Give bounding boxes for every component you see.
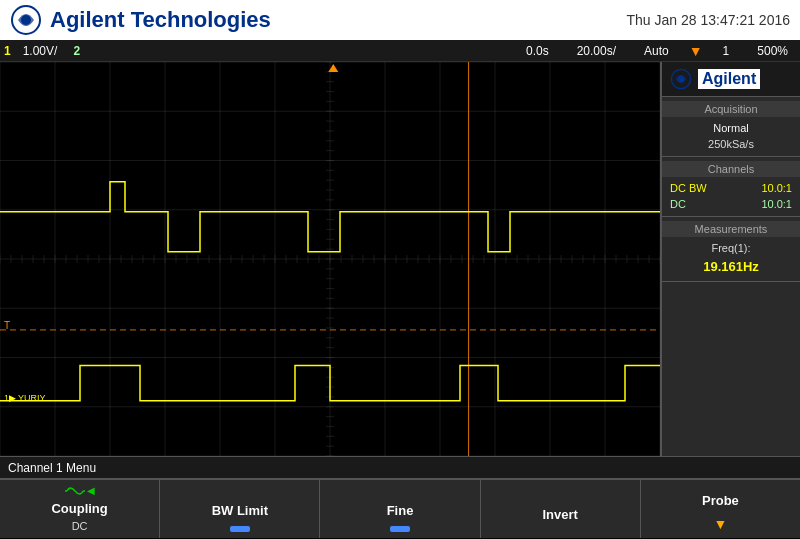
acquisition-mode: Normal xyxy=(662,120,800,136)
svg-point-3 xyxy=(678,76,685,83)
status-bar: 1 1.00V/ 2 0.0s 20.00s/ Auto ▼ 1 500% xyxy=(0,40,800,62)
acquisition-section: Acquisition Normal 250kSa/s xyxy=(662,97,800,157)
panel-logo: Agilent xyxy=(662,62,800,97)
ch1-label: YURIY xyxy=(18,393,46,403)
trigger-arrow-icon: ▼ xyxy=(689,43,703,59)
measurement-label: Freq(1): xyxy=(662,240,800,256)
channel-menu-bar: Channel 1 Menu xyxy=(0,456,800,478)
trigger-t-marker: T xyxy=(4,320,10,331)
measurements-section: Measurements Freq(1): 19.161Hz xyxy=(662,217,800,282)
bw-limit-indicator xyxy=(230,526,250,532)
channel-menu-label: Channel 1 Menu xyxy=(8,461,96,475)
probe-label: Probe xyxy=(702,493,739,508)
ch1-marker: 1▶ YURIY xyxy=(4,393,46,403)
time-scale: 20.00s/ xyxy=(577,44,616,58)
ch1-probe-value: 10.0:1 xyxy=(761,182,792,194)
probe-button[interactable]: Probe ▼ xyxy=(641,480,800,538)
ch1-arrow-icon: 1▶ xyxy=(4,393,16,403)
channels-title: Channels xyxy=(662,161,800,177)
main-area: T 1▶ YURIY Agilent Acquisition Normal 25… xyxy=(0,62,800,456)
header: Agilent Technologies Thu Jan 28 13:47:21… xyxy=(0,0,800,40)
svg-point-1 xyxy=(21,15,31,25)
ch2-probe-value: 10.0:1 xyxy=(761,198,792,210)
time-position: 0.0s xyxy=(526,44,549,58)
coupling-down-arrow: ◀ xyxy=(87,485,95,496)
acquisition-rate: 250kSa/s xyxy=(662,136,800,152)
scope-screen: T 1▶ YURIY xyxy=(0,62,660,456)
panel-logo-icon xyxy=(670,68,692,90)
coupling-value: DC xyxy=(72,520,88,532)
ch2-coupling-label: DC xyxy=(670,198,686,210)
invert-button[interactable]: Invert xyxy=(481,480,641,538)
fine-button[interactable]: Fine xyxy=(320,480,480,538)
channels-section: Channels DC BW 10.0:1 DC 10.0:1 xyxy=(662,157,800,217)
bw-limit-label: BW Limit xyxy=(212,503,268,518)
bottom-buttons: ◀ Coupling DC BW Limit Fine Invert Probe… xyxy=(0,478,800,538)
coupling-icon xyxy=(65,483,85,499)
coupling-button[interactable]: ◀ Coupling DC xyxy=(0,480,160,538)
bw-limit-button[interactable]: BW Limit xyxy=(160,480,320,538)
acquisition-title: Acquisition xyxy=(662,101,800,117)
timestamp: Thu Jan 28 13:47:21 2016 xyxy=(627,12,790,28)
ch1-number: 1 xyxy=(4,44,11,58)
fine-indicator xyxy=(390,526,410,532)
ch2-number: 2 xyxy=(73,44,80,58)
ch1-coupling-label: DC BW xyxy=(670,182,707,194)
agilent-logo-icon xyxy=(10,4,42,36)
header-logo: Agilent Technologies xyxy=(10,4,271,36)
ch1-scale: 1.00V/ xyxy=(23,44,58,58)
status-right: 0.0s 20.00s/ Auto ▼ 1 500% xyxy=(518,43,796,59)
waveform-canvas xyxy=(0,62,660,456)
ch2-right-scale: 500% xyxy=(757,44,788,58)
ch2-coupling-row: DC 10.0:1 xyxy=(662,196,800,212)
invert-label: Invert xyxy=(543,507,578,522)
trigger-mode: Auto xyxy=(644,44,669,58)
right-panel: Agilent Acquisition Normal 250kSa/s Chan… xyxy=(660,62,800,456)
probe-down-arrow-icon: ▼ xyxy=(713,516,727,532)
app-title: Agilent Technologies xyxy=(50,7,271,33)
fine-label: Fine xyxy=(387,503,414,518)
measurement-value: 19.161Hz xyxy=(662,256,800,277)
panel-brand-text: Agilent xyxy=(698,69,760,89)
ch2-right-label: 1 xyxy=(723,44,730,58)
ch1-coupling-row: DC BW 10.0:1 xyxy=(662,180,800,196)
measurements-title: Measurements xyxy=(662,221,800,237)
coupling-label: Coupling xyxy=(51,501,107,516)
